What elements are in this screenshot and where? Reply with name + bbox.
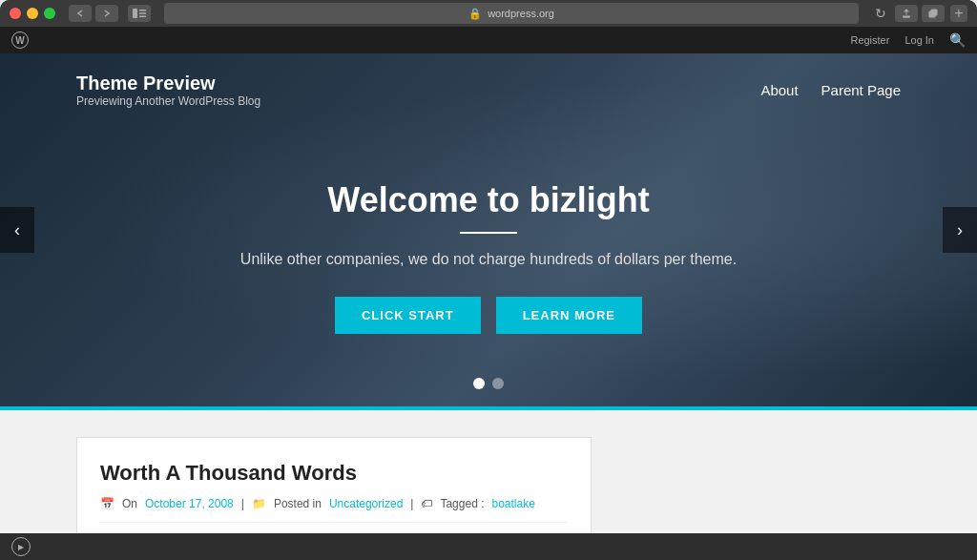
website-content: Theme Preview Previewing Another WordPre… bbox=[0, 53, 977, 560]
post-date[interactable]: October 17, 2008 bbox=[145, 497, 234, 510]
wp-logo[interactable]: W bbox=[11, 31, 29, 49]
tag-icon: 🏷 bbox=[421, 497, 432, 510]
site-brand: Theme Preview Previewing Another WordPre… bbox=[76, 73, 260, 108]
login-link[interactable]: Log In bbox=[904, 34, 934, 46]
site-title: Theme Preview bbox=[76, 73, 260, 94]
learn-more-button[interactable]: LEARN MORE bbox=[496, 297, 642, 334]
browser-titlebar: 🔒 wordpress.org ↻ + bbox=[0, 0, 977, 27]
calendar-icon: 📅 bbox=[100, 497, 114, 510]
slider-prev-button[interactable]: ‹ bbox=[0, 207, 34, 253]
share-button[interactable] bbox=[895, 5, 918, 22]
back-button[interactable] bbox=[69, 5, 92, 22]
svg-rect-2 bbox=[139, 12, 146, 14]
media-bar: ▶ bbox=[0, 533, 977, 560]
svg-rect-3 bbox=[139, 16, 146, 18]
maximize-button[interactable] bbox=[44, 8, 55, 19]
slider-next-button[interactable]: › bbox=[943, 207, 977, 253]
main-menu: About Parent Page bbox=[760, 82, 901, 98]
slider-dot-2[interactable] bbox=[492, 378, 504, 389]
post-meta: 📅 On October 17, 2008 | 📁 Posted in Unca… bbox=[100, 497, 568, 523]
meta-sep-1: | bbox=[241, 497, 244, 510]
play-button[interactable]: ▶ bbox=[11, 537, 31, 556]
browser-actions bbox=[895, 5, 945, 22]
site-tagline: Previewing Another WordPress Blog bbox=[76, 94, 260, 108]
reload-button[interactable]: ↻ bbox=[872, 5, 889, 22]
svg-rect-0 bbox=[133, 9, 137, 18]
post-category[interactable]: Uncategorized bbox=[329, 497, 403, 510]
wp-admin-items: Register Log In 🔍 bbox=[850, 32, 966, 48]
forward-button[interactable] bbox=[95, 5, 118, 22]
menu-item-about[interactable]: About bbox=[760, 82, 798, 98]
ssl-icon: 🔒 bbox=[468, 8, 482, 20]
post-tag[interactable]: boatlake bbox=[491, 497, 534, 510]
menu-item-parent-page[interactable]: Parent Page bbox=[821, 82, 901, 98]
meta-tagged: Tagged : bbox=[440, 497, 484, 510]
hero-section: Theme Preview Previewing Another WordPre… bbox=[0, 53, 977, 406]
svg-rect-1 bbox=[139, 10, 146, 11]
browser-nav bbox=[69, 5, 118, 22]
search-icon[interactable]: 🔍 bbox=[949, 32, 966, 48]
hero-divider bbox=[460, 232, 517, 234]
meta-posted-in: Posted in bbox=[274, 497, 322, 510]
slider-dots bbox=[473, 378, 504, 389]
url-text: wordpress.org bbox=[488, 8, 554, 19]
hero-content: Welcome to bizlight Unlike other compani… bbox=[0, 108, 977, 406]
meta-sep-2: | bbox=[410, 497, 413, 510]
hero-subtitle: Unlike other companies, we do not charge… bbox=[240, 251, 737, 268]
minimize-button[interactable] bbox=[27, 8, 38, 19]
register-link[interactable]: Register bbox=[850, 34, 889, 46]
address-bar[interactable]: 🔒 wordpress.org bbox=[164, 3, 859, 24]
close-button[interactable] bbox=[10, 8, 21, 19]
site-navigation: Theme Preview Previewing Another WordPre… bbox=[0, 53, 977, 108]
meta-on: On bbox=[122, 497, 137, 510]
slider-dot-1[interactable] bbox=[473, 378, 485, 389]
new-tab-button[interactable]: + bbox=[950, 5, 967, 22]
duplicate-button[interactable] bbox=[922, 5, 945, 22]
browser-window: 🔒 wordpress.org ↻ + W Register Log In bbox=[0, 0, 977, 560]
folder-icon: 📁 bbox=[252, 497, 266, 510]
post-title: Worth A Thousand Words bbox=[100, 461, 568, 486]
click-start-button[interactable]: CLICK START bbox=[335, 297, 481, 334]
sidebar-toggle-button[interactable] bbox=[128, 5, 151, 22]
wp-admin-bar: W Register Log In 🔍 bbox=[0, 27, 977, 53]
hero-title: Welcome to bizlight bbox=[327, 180, 649, 220]
hero-buttons: CLICK START LEARN MORE bbox=[335, 297, 642, 334]
